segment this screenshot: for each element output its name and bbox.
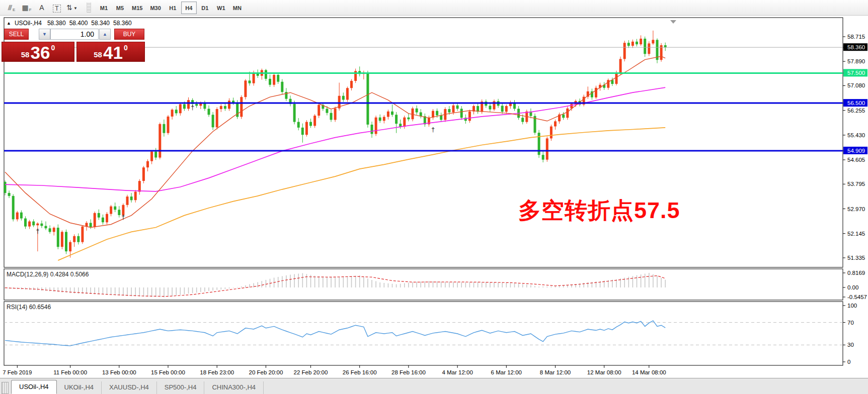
tab-sp500-h4[interactable]: SP500-,H4: [157, 381, 205, 394]
svg-text:20 Feb 20:00: 20 Feb 20:00: [249, 369, 283, 375]
timeframe-D1[interactable]: D1: [197, 2, 213, 14]
svg-text:†: †: [36, 227, 39, 235]
svg-text:15 Feb 00:00: 15 Feb 00:00: [151, 369, 185, 375]
svg-text:26 Feb 16:00: 26 Feb 16:00: [343, 369, 377, 375]
tab-ukoil-h4[interactable]: UKOil-,H4: [57, 381, 102, 394]
svg-text:0: 0: [847, 359, 850, 365]
svg-text:†: †: [121, 213, 125, 221]
tab-china300-h4[interactable]: CHINA300-,H4: [204, 381, 264, 394]
buy-price-pip: 0: [124, 44, 128, 52]
svg-text:70: 70: [847, 320, 854, 326]
svg-text:7 Feb 2019: 7 Feb 2019: [3, 369, 32, 375]
svg-text:†: †: [191, 104, 194, 111]
svg-text:4 Mar 12:00: 4 Mar 12:00: [442, 369, 472, 375]
svg-text:11 Feb 00:00: 11 Feb 00:00: [53, 369, 87, 375]
timeframe-H4[interactable]: H4: [181, 2, 197, 14]
timeframe-MN[interactable]: MN: [229, 2, 245, 14]
svg-text:MACD(12,26,9) 0.4284 0.5066: MACD(12,26,9) 0.4284 0.5066: [7, 271, 89, 278]
svg-text:52.970: 52.970: [847, 206, 865, 212]
toolbar: ⫻E▦FAT⇅▼ M1M5M15M30H1H4D1W1MN: [0, 0, 868, 16]
svg-text:55.430: 55.430: [847, 132, 865, 138]
svg-text:14 Mar 08:00: 14 Mar 08:00: [632, 369, 666, 375]
timeframe-bar: M1M5M15M30H1H4D1W1MN: [96, 2, 245, 14]
svg-text:100: 100: [847, 303, 857, 309]
quote-open: 58.380: [47, 20, 66, 27]
svg-text:6 Mar 12:00: 6 Mar 12:00: [491, 369, 522, 375]
expert-hatch-icon[interactable]: ⫻E: [4, 2, 19, 14]
quote-header: ▲ USOil-,H4 58.380 58.400 58.340 58.360: [7, 20, 132, 27]
toolbar-drag-handle[interactable]: [87, 3, 91, 13]
timeframe-H1[interactable]: H1: [165, 2, 181, 14]
svg-text:56.500: 56.500: [847, 100, 865, 106]
toolbar-icons: ⫻E▦FAT⇅▼: [4, 2, 80, 14]
symbol-tab-bar: USOil-,H4UKOil-,H4XAUUSD-,H4SP500-,H4CHI…: [0, 378, 868, 394]
svg-text:57.890: 57.890: [847, 58, 865, 64]
tab-usoil-h4[interactable]: USOil-,H4: [11, 380, 57, 394]
svg-text:RSI(14) 60.6546: RSI(14) 60.6546: [7, 304, 51, 311]
svg-text:8 Mar 12:00: 8 Mar 12:00: [540, 369, 571, 375]
sell-price-tile[interactable]: 58 36 0: [2, 42, 74, 62]
sell-price-pip: 0: [51, 44, 55, 52]
quote-close: 58.360: [113, 20, 132, 27]
svg-text:53.795: 53.795: [847, 181, 865, 187]
sell-price-big: 36: [30, 45, 50, 60]
buy-button[interactable]: BUY: [114, 29, 144, 40]
timeframe-M5[interactable]: M5: [112, 2, 128, 14]
svg-text:†: †: [431, 126, 435, 133]
buy-price-prefix: 58: [94, 50, 102, 59]
collapse-panel-icon[interactable]: ▲: [7, 21, 11, 26]
chart-annotation-text: 多空转折点57.5: [518, 195, 680, 226]
one-click-trade-panel: SELL ▼ ▲ BUY 58 36 0 58 41 0: [2, 29, 146, 62]
sort-arrows-icon[interactable]: ⇅▼: [64, 2, 80, 14]
timeframe-M1[interactable]: M1: [96, 2, 112, 14]
svg-text:28 Feb 16:00: 28 Feb 16:00: [391, 369, 426, 375]
svg-text:0.8169: 0.8169: [847, 270, 865, 276]
sell-price-prefix: 58: [21, 50, 30, 59]
volume-input[interactable]: [50, 29, 99, 40]
buy-price-tile[interactable]: 58 41 0: [76, 42, 145, 62]
svg-text:54.605: 54.605: [847, 157, 865, 163]
sell-button[interactable]: SELL: [4, 29, 29, 40]
quote-high: 58.400: [69, 20, 88, 27]
svg-text:30: 30: [847, 342, 854, 348]
buy-price-big: 41: [103, 45, 123, 60]
timeframe-M15[interactable]: M15: [128, 2, 146, 14]
svg-text:-0.5457: -0.5457: [847, 294, 867, 300]
svg-text:18 Feb 23:00: 18 Feb 23:00: [200, 369, 234, 375]
timeframe-M30[interactable]: M30: [146, 2, 164, 14]
grid-pattern-icon[interactable]: ▦F: [19, 2, 34, 14]
tab-list: USOil-,H4UKOil-,H4XAUUSD-,H4SP500-,H4CHI…: [11, 380, 264, 394]
svg-text:12 Mar 08:00: 12 Mar 08:00: [587, 369, 621, 375]
tab-scroll-stub[interactable]: [2, 382, 9, 394]
svg-text:0.00: 0.00: [847, 284, 858, 290]
symbol-label: USOil-,H4: [15, 20, 42, 27]
svg-text:54.909: 54.909: [847, 148, 865, 154]
timeframe-W1[interactable]: W1: [213, 2, 229, 14]
svg-text:51.335: 51.335: [847, 255, 865, 261]
volume-increase-button[interactable]: ▲: [99, 29, 111, 40]
svg-text:58.715: 58.715: [847, 34, 865, 40]
text-label-icon[interactable]: A: [34, 2, 49, 14]
svg-text:58.360: 58.360: [847, 44, 865, 50]
svg-text:56.255: 56.255: [847, 108, 865, 114]
quote-low: 58.340: [91, 20, 110, 27]
svg-text:52.145: 52.145: [847, 231, 865, 237]
text-box-icon[interactable]: T: [49, 2, 64, 14]
volume-decrease-button[interactable]: ▼: [39, 29, 50, 40]
svg-text:13 Feb 00:00: 13 Feb 00:00: [102, 369, 136, 375]
tab-xauusd-h4[interactable]: XAUUSD-,H4: [102, 381, 157, 394]
svg-text:22 Feb 20:00: 22 Feb 20:00: [294, 369, 328, 375]
svg-text:57.080: 57.080: [847, 82, 865, 88]
svg-text:57.500: 57.500: [847, 70, 865, 76]
